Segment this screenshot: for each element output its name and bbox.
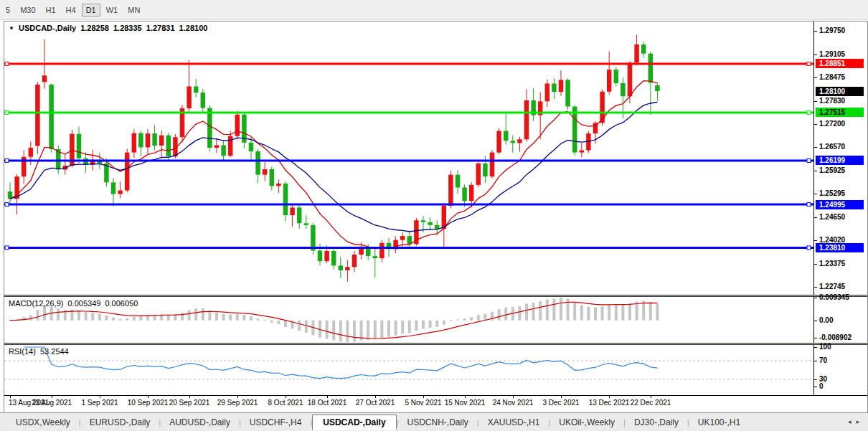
date-label: 1 Sep 2021 bbox=[76, 399, 123, 407]
date-tick bbox=[651, 396, 651, 398]
macd-title: MACD(12,26,9) 0.005349 0.006050 bbox=[9, 299, 140, 308]
price-tick-label: 1.28475 bbox=[819, 73, 845, 82]
price-tick-label: 1.27200 bbox=[819, 120, 845, 128]
price-tick-label: 1.23375 bbox=[819, 260, 845, 268]
open-value: 1.28258 bbox=[80, 24, 109, 32]
date-tick bbox=[148, 396, 148, 398]
timeframe-button-h4[interactable]: H4 bbox=[62, 4, 80, 16]
date-label: 24 Nov 2021 bbox=[489, 399, 537, 407]
rsi-indicator-pane[interactable]: RSI(14) 53.2544 bbox=[4, 345, 813, 395]
macd-tick bbox=[814, 338, 817, 338]
date-label: 22 Dec 2021 bbox=[627, 399, 674, 407]
price-tick bbox=[814, 101, 817, 102]
date-tick bbox=[100, 396, 100, 398]
macd-indicator-pane[interactable]: MACD(12,26,9) 0.005349 0.006050 bbox=[4, 297, 813, 343]
date-tick bbox=[237, 396, 238, 398]
chart-tab-dj30-daily[interactable]: DJ30-,Daily bbox=[626, 415, 687, 430]
date-label: 29 Sep 2021 bbox=[214, 399, 261, 407]
date-label: 8 Oct 2021 bbox=[262, 399, 309, 407]
line-handle[interactable] bbox=[807, 203, 811, 207]
price-tick bbox=[814, 124, 817, 125]
candles bbox=[8, 34, 660, 281]
price-tick bbox=[814, 147, 817, 148]
date-label: 5 Nov 2021 bbox=[400, 399, 447, 407]
rsi-scale[interactable]: 10070300 bbox=[813, 345, 867, 395]
rsi-tick bbox=[814, 379, 817, 380]
price-tick bbox=[814, 31, 817, 32]
price-tick bbox=[814, 77, 817, 78]
chart-tab-eurusd-daily[interactable]: EURUSD-,Daily bbox=[81, 415, 159, 430]
line-handle[interactable] bbox=[807, 62, 811, 66]
date-tick bbox=[465, 396, 466, 398]
date-tick bbox=[10, 396, 11, 398]
date-label: 15 Nov 2021 bbox=[441, 399, 489, 407]
timeframe-button-m30[interactable]: M30 bbox=[16, 4, 39, 16]
price-tick-label: 1.27830 bbox=[819, 97, 845, 105]
chart-tab-uk100-h1[interactable]: UK100-,H1 bbox=[689, 415, 749, 430]
tab-scroll-left-icon[interactable]: ◄ bbox=[846, 419, 855, 425]
rsi-tick bbox=[814, 347, 817, 348]
line-handle[interactable] bbox=[5, 110, 9, 114]
rsi-line bbox=[24, 347, 657, 379]
date-tick bbox=[609, 396, 610, 398]
chart-tab-usdchf-h4[interactable]: USDCHF-,H4 bbox=[241, 415, 311, 430]
rsi-tick bbox=[814, 387, 817, 387]
line-handle[interactable] bbox=[807, 110, 811, 114]
chart-tab-usdcnh-daily[interactable]: USDCNH-,Daily bbox=[399, 415, 477, 430]
low-value: 1.27831 bbox=[146, 24, 175, 32]
chart-tab-xauusd-h1[interactable]: XAUUSD-,H1 bbox=[479, 415, 549, 430]
price-chart-pane[interactable]: ▼ USDCAD-,Daily 1.28258 1.28335 1.27831 … bbox=[4, 22, 813, 295]
line-handle[interactable] bbox=[5, 158, 9, 162]
price-tick-label: 1.22745 bbox=[819, 283, 845, 291]
tab-scroll-arrows[interactable]: ◄► bbox=[846, 419, 864, 425]
price-level-badge: 1.24995 bbox=[816, 200, 864, 209]
chart-tab-ukoil-weekly[interactable]: UKOil-,Weekly bbox=[550, 415, 623, 430]
timeframe-button-h1[interactable]: H1 bbox=[42, 4, 60, 16]
timeframe-toolbar: 5M30H1H4D1W1MN bbox=[0, 0, 868, 20]
date-label: 27 Oct 2021 bbox=[352, 399, 399, 407]
line-handle[interactable] bbox=[5, 246, 9, 250]
price-tick bbox=[814, 171, 817, 171]
macd-scale[interactable]: 0.0093450.00-0.008902 bbox=[813, 297, 867, 343]
chart-tab-usdcad-daily[interactable]: USDCAD-,Daily bbox=[312, 415, 396, 430]
price-level-badge: 1.26199 bbox=[816, 156, 864, 165]
date-tick bbox=[286, 396, 286, 398]
time-scale[interactable]: 13 Aug 202123 Aug 20211 Sep 202110 Sep 2… bbox=[4, 395, 867, 412]
price-level-badge: 1.23810 bbox=[816, 243, 864, 252]
line-handle[interactable] bbox=[807, 158, 811, 162]
timeframe-button-mn[interactable]: MN bbox=[123, 4, 144, 16]
price-level-badge: 1.27515 bbox=[816, 108, 864, 117]
rsi-chart[interactable] bbox=[4, 345, 813, 395]
high-value: 1.28335 bbox=[113, 24, 142, 32]
price-scale[interactable]: 1.297501.291051.284751.278301.272001.265… bbox=[813, 22, 867, 295]
line-handle[interactable] bbox=[807, 246, 811, 250]
timeframe-button-w1[interactable]: W1 bbox=[102, 4, 123, 16]
price-tick bbox=[814, 287, 817, 288]
date-label: 20 Sep 2021 bbox=[166, 399, 213, 407]
price-level-badge: 1.28851 bbox=[816, 59, 864, 68]
chart-tab-usdx-weekly[interactable]: USDX,Weekly bbox=[7, 415, 79, 430]
date-tick bbox=[423, 396, 424, 398]
chart-tab-audusd-daily[interactable]: AUDUSD-,Daily bbox=[161, 415, 239, 430]
price-tick bbox=[814, 217, 817, 218]
tab-scroll-right-icon[interactable]: ► bbox=[855, 419, 864, 425]
macd-tick bbox=[814, 321, 817, 321]
macd-tick-label: -0.008902 bbox=[819, 333, 852, 342]
date-tick bbox=[375, 396, 376, 398]
date-tick bbox=[189, 396, 190, 398]
chart-tabs: USDX,Weekly|EURUSD-,Daily|AUDUSD-,Daily|… bbox=[7, 415, 749, 430]
rsi-tick bbox=[814, 361, 817, 361]
candlestick-chart[interactable] bbox=[4, 22, 813, 295]
timeframe-button-5[interactable]: 5 bbox=[1, 4, 14, 16]
rsi-tick-label: 70 bbox=[819, 356, 827, 365]
symbol-period-label: USDCAD-,Daily bbox=[19, 24, 76, 32]
line-handle[interactable] bbox=[5, 203, 9, 207]
line-handle[interactable] bbox=[5, 62, 9, 66]
price-tick bbox=[814, 194, 817, 194]
timeframe-button-d1[interactable]: D1 bbox=[82, 4, 100, 16]
collapse-indicators-icon[interactable]: ▼ bbox=[9, 25, 14, 32]
current-price-badge: 1.28100 bbox=[816, 87, 864, 96]
price-tick-label: 1.24650 bbox=[819, 213, 845, 222]
date-tick bbox=[513, 396, 514, 398]
macd-tick-label: 0.00 bbox=[819, 316, 833, 325]
